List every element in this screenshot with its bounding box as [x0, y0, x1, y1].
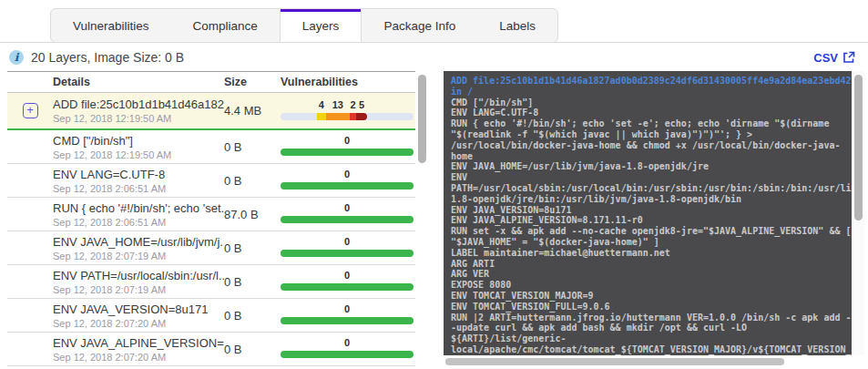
layers-page: VulnerabilitiesComplianceLayersPackage I…: [0, 8, 868, 369]
vulnerability-bar-segment: [281, 351, 414, 358]
terminal-line: ARG ARTI: [451, 259, 852, 270]
terminal-line: ENV TOMCAT_VERSION_MAJOR=9: [451, 291, 852, 302]
terminal-line: ENV LANG=C.UTF-8: [451, 108, 852, 118]
vulnerability-bar-track: [281, 317, 414, 324]
layer-date-label: Sep 12, 2018 2:07:20 AM: [53, 318, 224, 329]
vulnerability-bar: 0: [281, 169, 414, 192]
tab-bar: VulnerabilitiesComplianceLayersPackage I…: [50, 8, 558, 43]
terminal-vscrollbar[interactable]: [852, 71, 864, 355]
layer-size-label: 0 B: [224, 241, 281, 255]
vulnerability-count-label: 0: [344, 169, 350, 179]
table-scrollbar-thumb[interactable]: [418, 75, 426, 163]
terminal-line: ENV TOMCAT_VERSION_FULL=9.0.6: [451, 302, 852, 313]
terminal-hscrollbar[interactable]: [444, 358, 837, 366]
vulnerability-count-label: 2: [351, 99, 356, 110]
layer-size-label: 0 B: [224, 309, 281, 323]
expand-row-button[interactable]: +: [23, 103, 38, 118]
main-content: Details Size Vulnerabilities + ADD file:…: [0, 71, 868, 368]
vulnerability-bar: 0: [281, 236, 414, 260]
layer-command-label: ADD file:25c10b1d1b41d46a182...: [53, 97, 224, 111]
layer-date-label: Sep 12, 2018 2:06:51 AM: [53, 183, 224, 194]
terminal-line: RUN set -x && apk add --no-cache openjdk…: [451, 226, 852, 237]
layer-command-panel: ADD file:25c10b1d1b41d46a1827ad0b0d2389c…: [444, 71, 864, 368]
terminal-line: home: [451, 151, 852, 162]
vulnerability-bar-segment: [356, 113, 367, 120]
terminal-line: ENV JAVA_ALPINE_VERSION=8.171.11-r0: [451, 215, 852, 226]
terminal-vscrollbar-thumb[interactable]: [854, 75, 863, 220]
vulnerability-count-label: 4: [319, 99, 324, 110]
layer-size-label: 87.0 B: [224, 208, 281, 221]
layer-command-label: ENV JAVA_HOME=/usr/lib/jvm/j...: [53, 235, 224, 249]
vulnerability-count-label: 0: [344, 337, 350, 348]
table-row[interactable]: + RUN { echo '#!/bin/sh'; echo 'set... S…: [7, 198, 415, 231]
vulnerability-bar-track: [281, 149, 414, 156]
table-row[interactable]: + ENV JAVA_ALPINE_VERSION=... Sep 12, 20…: [7, 333, 415, 366]
vulnerability-count-label: 0: [344, 270, 350, 281]
terminal-line: ENV JAVA_VERSION=8u171: [451, 205, 852, 216]
table-scrollbar[interactable]: [417, 71, 428, 368]
layer-command-label: ENV JAVA_ALPINE_VERSION=...: [53, 336, 224, 350]
vulnerability-bar-track: [281, 250, 414, 257]
terminal-line: /usr/local/bin/docker-java-home && chmod…: [451, 140, 852, 151]
terminal-line: -update curl && apk add bash && mkdir /o…: [451, 323, 852, 333]
vulnerability-count-label: 0: [344, 303, 350, 314]
layer-date-label: Sep 12, 2018 2:07:19 AM: [53, 251, 224, 261]
size-column-header: Size: [224, 76, 281, 88]
vulnerability-bar-segment: [281, 149, 414, 156]
layer-date-label: Sep 12, 2018 2:06:51 AM: [53, 217, 224, 228]
layer-command-label: RUN { echo '#!/bin/sh'; echo 'set...: [53, 201, 224, 215]
table-header: Details Size Vulnerabilities: [7, 71, 415, 93]
terminal-line: 1.8-openjdk/jre/bin:/usr/lib/jvm/java-1.…: [451, 194, 852, 205]
layer-size-label: 0 B: [224, 275, 281, 289]
tab-compliance[interactable]: Compliance: [171, 9, 280, 42]
terminal-line: EXPOSE 8080: [451, 280, 852, 291]
vulnerability-bar: 0: [281, 303, 414, 327]
terminal-line: RUN |2 ARTI=huttermann.jfrog.io/hutterma…: [451, 313, 852, 323]
vulnerability-bar-segment: [281, 317, 414, 324]
layer-size-label: 4.4 MB: [224, 104, 281, 118]
vulnerability-bar-track: [281, 283, 414, 291]
terminal-line: CMD ["/bin/sh"]: [451, 97, 852, 108]
table-row[interactable]: + CMD ["/bin/sh"] Sep 12, 2018 12:19:50 …: [7, 130, 415, 164]
layers-table-panel: Details Size Vulnerabilities + ADD file:…: [7, 71, 428, 368]
layer-date-label: Sep 12, 2018 2:07:20 AM: [53, 352, 224, 363]
layer-date-label: Sep 12, 2018 12:19:50 AM: [53, 149, 224, 160]
tab-vulnerabilities[interactable]: Vulnerabilities: [51, 9, 171, 42]
dockerfile-commands-terminal[interactable]: ADD file:25c10b1d1b41d46a1827ad0b0d2389c…: [444, 71, 852, 355]
summary-row: i 20 Layers, Image Size: 0 B CSV: [0, 43, 868, 71]
csv-export-link[interactable]: CSV: [813, 51, 855, 65]
vulnerability-bar-track: [281, 216, 414, 223]
vulnerability-count-label: 5: [359, 99, 364, 110]
terminal-line: ENV JAVA_HOME=/usr/lib/jvm/java-1.8-open…: [451, 161, 852, 172]
vulnerability-bar: 0: [281, 270, 414, 293]
layer-date-label: Sep 12, 2018 12:19:50 AM: [53, 113, 224, 124]
table-row[interactable]: + ENV PATH=/usr/local/sbin:/usr/l... Sep…: [7, 265, 415, 299]
layer-date-label: Sep 12, 2018 2:07:19 AM: [53, 284, 224, 295]
tab-layers[interactable]: Layers: [280, 9, 363, 42]
table-row[interactable]: + ENV JAVA_VERSION=8u171 Sep 12, 2018 2:…: [7, 299, 415, 333]
tab-package-info[interactable]: Package Info: [362, 9, 477, 42]
vulnerability-bar-track: [281, 113, 414, 120]
layer-size-label: 0 B: [224, 140, 281, 154]
vulnerability-count-label: 0: [344, 135, 350, 146]
table-row[interactable]: + ADD file:25c10b1d1b41d46a182... Sep 12…: [7, 93, 415, 130]
terminal-hscrollbar-thumb[interactable]: [445, 358, 784, 365]
tab-labels[interactable]: Labels: [477, 9, 557, 42]
export-icon: [842, 51, 855, 64]
info-icon: i: [9, 50, 24, 65]
vulnerability-bar: 0: [281, 202, 414, 226]
terminal-line: PATH=/usr/local/sbin:/usr/local/bin:/usr…: [451, 183, 852, 194]
terminal-line: local/apache/cmc/tomcat/tomcat_${TOMCAT_…: [451, 344, 852, 355]
table-row[interactable]: + ENV LANG=C.UTF-8 Sep 12, 2018 2:06:51 …: [7, 164, 415, 198]
terminal-line: ENV: [451, 172, 852, 183]
layer-command-label: ENV PATH=/usr/local/sbin:/usr/l...: [53, 269, 224, 282]
vulnerability-bar: 0: [281, 337, 414, 361]
vulnerability-count-label: 0: [344, 202, 350, 213]
vulnerability-bar-track: [281, 182, 414, 190]
table-row[interactable]: + ENV JAVA_HOME=/usr/lib/jvm/j... Sep 12…: [7, 231, 415, 265]
vulnerability-bar-segment: [281, 283, 414, 291]
vulnerability-bar-track: [281, 351, 414, 358]
terminal-line: RUN { echo '#!/bin/sh'; echo 'set -e'; e…: [451, 118, 852, 129]
vulnerability-bar-segment: [317, 113, 325, 120]
layers-summary-text: 20 Layers, Image Size: 0 B: [31, 50, 184, 65]
